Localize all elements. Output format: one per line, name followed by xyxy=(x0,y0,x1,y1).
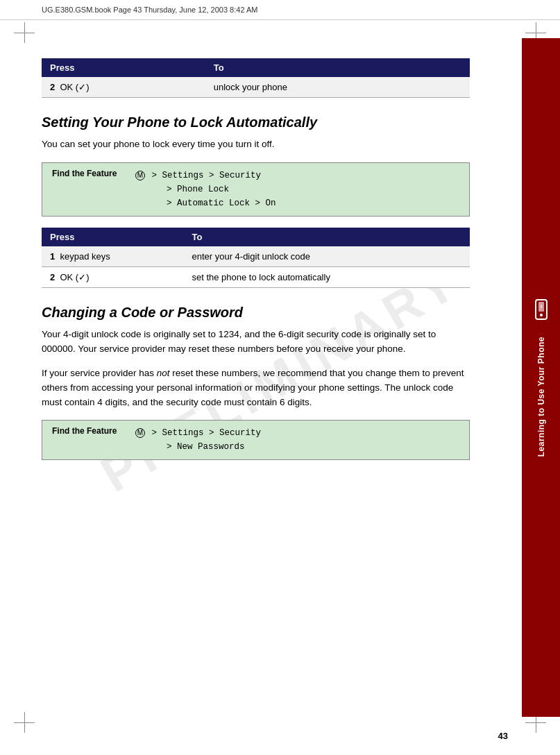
row-cell: 1 keypad keys xyxy=(42,246,183,267)
main-content: Press To 2 OK (✓) unlock your phone Sett… xyxy=(0,20,522,509)
row-num: 2 OK (✓) xyxy=(42,77,205,98)
menu-circle-2: M xyxy=(135,428,145,438)
section2-para2: If your service provider has not reset t… xyxy=(42,366,470,410)
top-bar: UG.E380.GSM.book Page 43 Thursday, June … xyxy=(0,0,560,20)
right-sidebar: i Learning to Use Your Phone xyxy=(522,38,560,717)
find-feature-content-1: M > Settings > Security > Phone Lock > A… xyxy=(135,169,276,210)
svg-text:i: i xyxy=(540,303,541,309)
section2-heading: Changing a Code or Password xyxy=(42,305,470,321)
corner-mark-bl xyxy=(14,712,35,733)
page-number: 43 xyxy=(498,731,508,741)
second-table: Press To 1 keypad keys enter your 4-digi… xyxy=(42,228,470,288)
row-cell: 2 OK (✓) xyxy=(42,267,183,288)
section2-para1: Your 4-digit unlock code is originally s… xyxy=(42,328,470,357)
row-to: unlock your phone xyxy=(205,77,470,98)
find-feature-content-2: M > Settings > Security > New Passwords xyxy=(135,426,261,454)
menu-circle-1: M xyxy=(135,171,145,180)
page-container: PRELIMINARY UG.E380.GSM.book Page 43 Thu… xyxy=(0,0,560,755)
sidebar-label: Learning to Use Your Phone xyxy=(536,337,546,457)
first-table: Press To 2 OK (✓) unlock your phone xyxy=(42,58,470,98)
top-bar-text: UG.E380.GSM.book Page 43 Thursday, June … xyxy=(42,6,257,14)
table-row: 2 OK (✓) unlock your phone xyxy=(42,77,470,98)
find-feature-label-2: Find the Feature xyxy=(52,426,128,436)
first-table-header-press: Press xyxy=(42,58,205,77)
second-table-header-to: To xyxy=(183,228,470,246)
find-feature-box-2: Find the Feature M > Settings > Security… xyxy=(42,420,470,460)
second-table-header-press: Press xyxy=(42,228,183,246)
find-feature-box-1: Find the Feature M > Settings > Security… xyxy=(42,162,470,217)
first-table-header-to: To xyxy=(205,58,470,77)
find-feature-label-1: Find the Feature xyxy=(52,169,128,178)
para2-italic: not xyxy=(157,368,170,378)
svg-point-2 xyxy=(540,314,543,316)
section1-heading: Setting Your Phone to Lock Automatically xyxy=(42,114,470,130)
para2-before: If your service provider has xyxy=(42,368,157,378)
table-row: 2 OK (✓) set the phone to lock automatic… xyxy=(42,267,470,288)
row-to: set the phone to lock automatically xyxy=(183,267,470,288)
row-to: enter your 4-digit unlock code xyxy=(183,246,470,267)
phone-icon: i xyxy=(530,298,552,323)
table-row: 1 keypad keys enter your 4-digit unlock … xyxy=(42,246,470,267)
section1-intro: You can set your phone to lock every tim… xyxy=(42,137,470,151)
